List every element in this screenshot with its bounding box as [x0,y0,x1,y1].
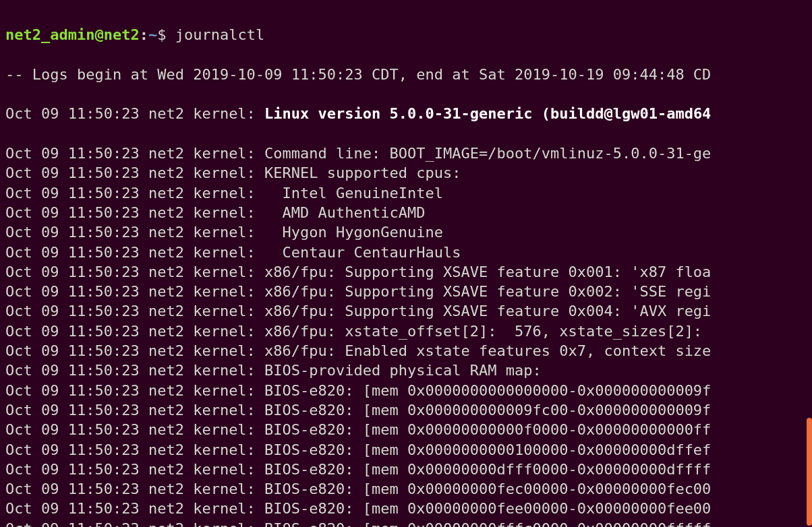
log-line: Oct 09 11:50:23 net2 kernel: Centaur Cen… [5,243,807,262]
log-line: Oct 09 11:50:23 net2 kernel: x86/fpu: En… [5,341,807,361]
log-line: Oct 09 11:50:23 net2 kernel: BIOS-e820: … [5,479,807,499]
log-line: Oct 09 11:50:23 net2 kernel: BIOS-provid… [5,361,807,380]
log-line: Oct 09 11:50:23 net2 kernel: BIOS-e820: … [5,400,807,420]
scrollbar-thumb[interactable] [807,418,812,526]
log-line: Oct 09 11:50:23 net2 kernel: Intel Genui… [5,183,807,203]
log-line: Oct 09 11:50:23 net2 kernel: AMD Authent… [5,203,807,222]
prompt-path: ~ [148,26,157,43]
log-line-first: Oct 09 11:50:23 net2 kernel: Linux versi… [5,104,807,123]
log-line: Oct 09 11:50:23 net2 kernel: KERNEL supp… [5,163,807,183]
prompt-line: net2_admin@net2:~$ journalctl [5,25,807,44]
log-line: Oct 09 11:50:23 net2 kernel: Hygon Hygon… [5,222,807,242]
prompt-user-host: net2_admin@net2 [5,26,140,43]
log-line: Oct 09 11:50:23 net2 kernel: BIOS-e820: … [5,499,807,518]
log-line: Oct 09 11:50:23 net2 kernel: x86/fpu: Su… [5,282,807,301]
log-line: Oct 09 11:50:23 net2 kernel: BIOS-e820: … [5,420,807,439]
log-line: Oct 09 11:50:23 net2 kernel: x86/fpu: xs… [5,321,807,341]
log-line: Oct 09 11:50:23 net2 kernel: BIOS-e820: … [5,381,807,400]
log-line: Oct 09 11:50:23 net2 kernel: x86/fpu: Su… [5,301,807,321]
log-line: Oct 09 11:50:23 net2 kernel: BIOS-e820: … [5,440,807,460]
terminal-output[interactable]: net2_admin@net2:~$ journalctl -- Logs be… [0,0,812,527]
prompt-end: $ [157,26,175,43]
prompt-sep: : [140,26,148,43]
log-line: Oct 09 11:50:23 net2 kernel: BIOS-e820: … [5,519,807,527]
log-line-prefix: Oct 09 11:50:23 net2 kernel: [5,105,264,122]
log-line: Oct 09 11:50:23 net2 kernel: Command lin… [5,144,807,163]
command-text: journalctl [175,26,264,43]
log-line: Oct 09 11:50:23 net2 kernel: x86/fpu: Su… [5,262,807,282]
log-line-bold: Linux version 5.0.0-31-generic (buildd@l… [264,105,711,122]
log-line: Oct 09 11:50:23 net2 kernel: BIOS-e820: … [5,460,807,479]
log-header: -- Logs begin at Wed 2019-10-09 11:50:23… [5,65,807,84]
